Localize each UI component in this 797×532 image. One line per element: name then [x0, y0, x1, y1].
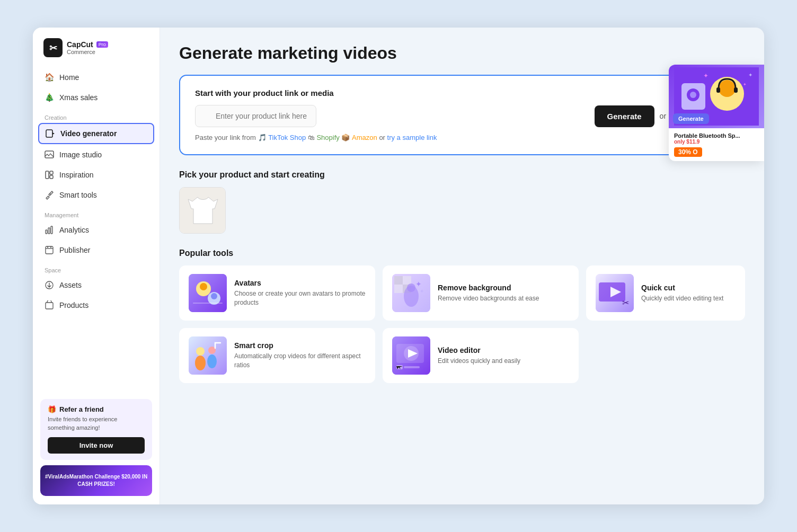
svg-rect-35	[189, 336, 227, 375]
sidebar-item-label: Products	[59, 301, 88, 309]
remove-bg-desc: Remove video backgrounds at ease	[438, 294, 569, 303]
sidebar-item-assets[interactable]: Assets	[38, 276, 154, 295]
svg-rect-4	[46, 171, 49, 179]
video-generator-icon	[46, 129, 55, 138]
svg-rect-45	[404, 366, 420, 368]
tool-card-remove-bg[interactable]: ✦ ✦ Remove background Remove video backg…	[383, 265, 579, 321]
discount-badge: 30% O	[674, 147, 702, 157]
svg-rect-10	[46, 246, 53, 254]
logo-sub: Commerce	[67, 49, 108, 55]
svg-point-48	[719, 80, 736, 97]
svg-rect-25	[394, 285, 403, 293]
sidebar-item-label: Xmas sales	[59, 93, 98, 102]
sidebar-nav: 🏠 Home 🎄 Xmas sales Creation Video gener…	[33, 66, 160, 394]
inspiration-icon	[45, 170, 54, 180]
tiktokshop-link[interactable]: TikTok Shop	[268, 134, 306, 141]
svg-text:✂: ✂	[622, 298, 629, 307]
floating-promo-text: Portable Bluetooth Sp... only $11.9 30% …	[669, 128, 764, 161]
svg-point-39	[207, 354, 217, 368]
tool-card-avatars[interactable]: Avatars Choose or create your own avatar…	[179, 265, 375, 321]
svg-point-30	[407, 283, 415, 292]
svg-rect-50	[734, 87, 738, 93]
shopify-link[interactable]: Shopify	[316, 134, 339, 141]
sidebar-item-label: Publisher	[59, 246, 90, 254]
sidebar-item-label: Image studio	[59, 150, 102, 159]
generate-badge: Generate	[673, 113, 709, 124]
video-editor-thumb	[392, 336, 430, 375]
image-studio-icon	[45, 150, 54, 159]
sidebar-item-products[interactable]: Products	[38, 296, 154, 315]
sidebar-item-home[interactable]: 🏠 Home	[38, 68, 154, 87]
tiktok-icon: 🎵	[258, 134, 269, 141]
svg-point-37	[195, 356, 206, 370]
avatars-desc: Choose or create your own avatars to pro…	[234, 289, 366, 307]
video-editor-info: Video editor Edit videos quickly and eas…	[438, 346, 569, 366]
svg-point-53	[690, 92, 696, 98]
promo-banner[interactable]: #ViralAdsMarathon Challenge $20,000 IN C…	[40, 465, 152, 496]
tool-card-video-editor[interactable]: Video editor Edit videos quickly and eas…	[383, 328, 579, 383]
page-title: Generate marketing videos	[179, 43, 745, 63]
tools-section-title: Popular tools	[179, 249, 745, 258]
svg-text:✂: ✂	[49, 43, 58, 54]
svg-rect-3	[45, 151, 54, 158]
refer-desc: Invite friends to experience something a…	[48, 415, 145, 432]
sidebar: ✂ CapCut Pro Commerce 🏠 Home 🎄 Xmas sale…	[33, 28, 160, 504]
svg-rect-7	[46, 230, 47, 234]
product-pick-row: Demo	[179, 187, 745, 234]
svg-rect-21	[193, 303, 223, 304]
svg-point-20	[211, 293, 217, 299]
svg-rect-8	[48, 228, 50, 234]
svg-text:✦: ✦	[748, 72, 752, 78]
analytics-icon	[45, 225, 54, 235]
amazon-link[interactable]: Amazon	[352, 134, 377, 141]
remove-bg-info: Remove background Remove video backgroun…	[438, 283, 569, 303]
quick-cut-thumb: ✂	[596, 274, 634, 312]
invite-btn[interactable]: Invite now	[48, 437, 145, 454]
smart-crop-info: Smart crop Automatically crop videos for…	[234, 341, 366, 370]
tool-card-smart-crop[interactable]: Smart crop Automatically crop videos for…	[179, 328, 375, 383]
floating-promo-card: ✦ ✦ ✦ Generate Portable Bluetooth Sp... …	[669, 65, 764, 161]
publisher-icon	[45, 245, 54, 255]
sidebar-item-label: Video generator	[60, 129, 117, 138]
sidebar-item-analytics[interactable]: Analytics	[38, 220, 154, 240]
sidebar-item-xmas[interactable]: 🎄 Xmas sales	[38, 88, 154, 107]
product-link-input[interactable]	[195, 105, 316, 127]
product-input-card: Start with your product link or media 🔗 …	[179, 75, 745, 155]
svg-text:✦: ✦	[415, 280, 422, 288]
xmas-icon: 🎄	[45, 93, 54, 102]
sidebar-item-video-generator[interactable]: Video generator	[38, 123, 154, 144]
smart-crop-desc: Automatically crop videos for different …	[234, 352, 366, 370]
or-text: or	[660, 112, 666, 120]
svg-text:✦: ✦	[743, 82, 747, 87]
shopify-icon: 🛍	[308, 134, 317, 141]
logo: ✂ CapCut Pro Commerce	[33, 28, 160, 66]
svg-rect-23	[394, 276, 403, 285]
sidebar-item-image-studio[interactable]: Image studio	[38, 145, 154, 164]
svg-rect-49	[716, 87, 720, 93]
paste-hint: Paste your link from 🎵 TikTok Shop 🛍 Sho…	[195, 134, 729, 141]
generate-button[interactable]: Generate	[595, 105, 654, 127]
sidebar-item-label: Smart tools	[59, 191, 97, 199]
svg-rect-5	[50, 171, 53, 174]
tool-card-quick-cut[interactable]: ✂ Quick cut Quickly edit video editing t…	[586, 265, 745, 321]
svg-point-36	[196, 347, 205, 356]
sidebar-item-smart-tools[interactable]: Smart tools	[38, 185, 154, 205]
promo-price: only $11.9	[674, 139, 759, 145]
refer-title: 🎁 Refer a friend	[48, 405, 145, 413]
sidebar-item-publisher[interactable]: Publisher	[38, 241, 154, 260]
main-content: Generate marketing videos Start with you…	[160, 28, 764, 504]
input-row: 🔗 Generate or Add media	[195, 105, 729, 127]
sample-link[interactable]: try a sample link	[387, 134, 437, 141]
quick-cut-name: Quick cut	[641, 283, 736, 292]
sidebar-item-inspiration[interactable]: Inspiration	[38, 165, 154, 184]
video-editor-name: Video editor	[438, 346, 569, 354]
pick-section-title: Pick your product and start creating	[179, 170, 745, 180]
product-item-shirt[interactable]: Demo	[179, 187, 226, 234]
avatars-thumb	[189, 274, 227, 312]
quick-cut-desc: Quickly edit video editing text	[641, 294, 736, 303]
section-label-space: Space	[38, 261, 154, 276]
amazon-icon: 📦	[341, 134, 352, 141]
promo-text: #ViralAdsMarathon Challenge $20,000 IN C…	[43, 473, 149, 488]
gift-icon: 🎁	[48, 405, 56, 413]
input-wrapper: 🔗	[195, 105, 589, 127]
